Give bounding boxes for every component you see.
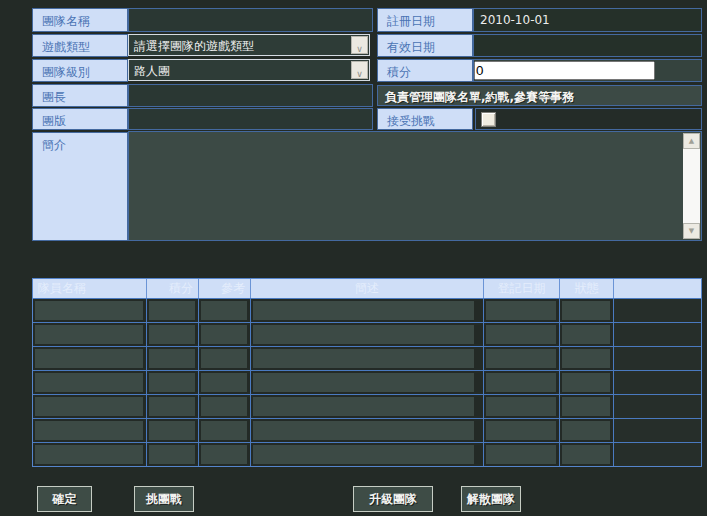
cell-field — [486, 349, 556, 368]
table-cell — [614, 395, 701, 418]
cell-field — [35, 373, 143, 392]
table-cell — [484, 323, 560, 346]
table-cell — [33, 395, 147, 418]
game-type-select[interactable]: 請選擇團隊的遊戲類型 ∨ — [128, 34, 370, 56]
table-row[interactable] — [33, 346, 701, 370]
table-cell — [147, 371, 199, 394]
cell-field — [562, 373, 610, 392]
cell-field — [253, 373, 474, 392]
score-label: 積分 — [377, 59, 473, 82]
cell-field — [149, 421, 195, 440]
table-cell — [251, 371, 484, 394]
confirm-button[interactable]: 確定 — [37, 486, 92, 512]
cell-field — [149, 373, 195, 392]
scroll-down-button[interactable]: ▼ — [683, 223, 700, 239]
accept-challenge-area — [475, 108, 702, 130]
cell-field — [253, 445, 474, 464]
column-header-blank — [614, 279, 701, 298]
scroll-down-icon: ▼ — [689, 227, 694, 235]
cell-field — [35, 301, 143, 320]
table-row[interactable] — [33, 418, 701, 442]
table-row[interactable] — [33, 394, 701, 418]
table-cell — [560, 347, 614, 370]
table-cell — [251, 443, 484, 466]
cell-field — [562, 445, 610, 464]
table-cell — [147, 419, 199, 442]
table-cell — [484, 299, 560, 322]
team-level-select[interactable]: 路人團 ∨ — [128, 59, 370, 81]
team-name-input[interactable] — [129, 9, 372, 31]
table-cell — [251, 395, 484, 418]
cell-field — [149, 445, 195, 464]
table-row[interactable] — [33, 370, 701, 394]
team-level-selected-value: 路人團 — [134, 63, 170, 80]
cell-field — [486, 397, 556, 416]
table-cell — [147, 347, 199, 370]
cell-field — [149, 325, 195, 344]
team-level-label: 團隊級別 — [32, 59, 128, 82]
cell-field — [486, 445, 556, 464]
board-input[interactable] — [129, 110, 372, 130]
scroll-up-button[interactable]: ▲ — [683, 133, 700, 149]
score-input[interactable] — [474, 61, 655, 80]
table-cell — [560, 299, 614, 322]
table-row[interactable] — [33, 442, 701, 466]
game-type-dropdown-button[interactable]: ∨ — [351, 36, 368, 54]
cell-field — [35, 325, 143, 344]
table-row[interactable] — [33, 298, 701, 322]
cell-field — [253, 301, 474, 320]
leader-duty-note: 負責管理團隊名單,約戰,參賽等事務 — [377, 85, 702, 106]
cell-field — [253, 421, 474, 440]
table-cell — [484, 395, 560, 418]
intro-label: 簡介 — [32, 132, 128, 241]
cell-field — [201, 325, 247, 344]
disband-team-button[interactable]: 解散團隊 — [461, 486, 521, 512]
cell-field — [486, 325, 556, 344]
table-cell — [199, 299, 251, 322]
cell-field — [35, 445, 143, 464]
leader-label: 團長 — [32, 84, 128, 107]
table-cell — [199, 443, 251, 466]
board-field-wrap — [128, 108, 373, 130]
table-cell — [614, 419, 701, 442]
table-cell — [484, 347, 560, 370]
column-header-summary: 簡述 — [251, 279, 484, 298]
table-cell — [614, 299, 701, 322]
valid-date-label: 有效日期 — [377, 34, 473, 57]
intro-textarea[interactable] — [129, 132, 682, 240]
team-level-dropdown-button[interactable]: ∨ — [351, 61, 368, 79]
cell-field — [201, 373, 247, 392]
leader-input[interactable] — [129, 86, 372, 107]
challenge-team-button[interactable]: 挑團戰 — [134, 486, 194, 512]
cell-field — [201, 397, 247, 416]
table-row[interactable] — [33, 322, 701, 346]
member-table-header: 隊員名稱 積分 參考 簡述 登記日期 狀態 — [33, 279, 701, 298]
table-cell — [199, 323, 251, 346]
table-cell — [614, 323, 701, 346]
table-cell — [199, 395, 251, 418]
table-cell — [199, 371, 251, 394]
accept-challenge-checkbox[interactable] — [481, 112, 496, 127]
cell-field — [253, 349, 474, 368]
cell-field — [201, 301, 247, 320]
cell-field — [201, 445, 247, 464]
cell-field — [562, 325, 610, 344]
cell-field — [35, 349, 143, 368]
upgrade-team-button[interactable]: 升級團隊 — [353, 486, 433, 512]
table-cell — [251, 419, 484, 442]
member-table-body — [33, 298, 701, 466]
intro-field-wrap: ▲ ▼ — [128, 131, 702, 241]
cell-field — [486, 301, 556, 320]
cell-field — [35, 421, 143, 440]
cell-field — [562, 397, 610, 416]
table-cell — [147, 323, 199, 346]
table-cell — [560, 443, 614, 466]
table-cell — [33, 371, 147, 394]
leader-field-wrap — [128, 84, 373, 107]
cell-field — [149, 349, 195, 368]
table-cell — [33, 323, 147, 346]
intro-scrollbar[interactable]: ▲ ▼ — [683, 133, 700, 239]
table-cell — [560, 395, 614, 418]
chevron-down-icon: ∨ — [356, 69, 363, 79]
column-header-score: 積分 — [147, 279, 199, 298]
